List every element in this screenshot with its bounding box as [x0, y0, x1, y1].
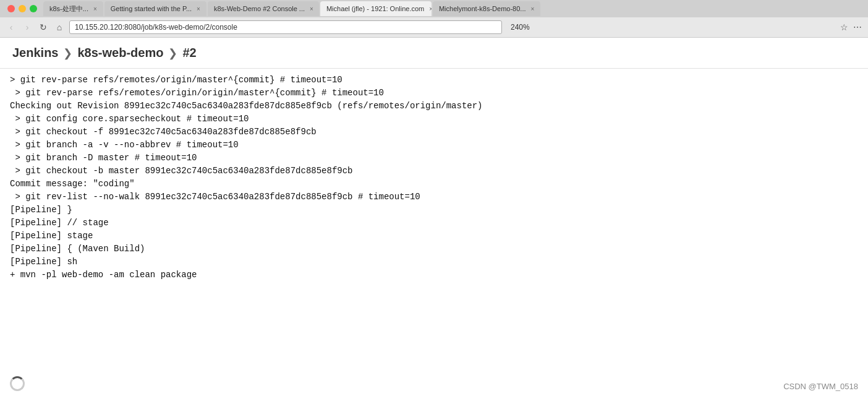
console-line: [Pipeline] stage: [10, 230, 858, 243]
forward-button[interactable]: ›: [21, 21, 33, 33]
console-line: [Pipeline] sh: [10, 256, 858, 269]
menu-icon[interactable]: ⋯: [852, 21, 863, 33]
tab-3-close[interactable]: ×: [310, 6, 313, 12]
console-line: > git branch -a -v --no-abbrev # timeout…: [10, 139, 858, 152]
toolbar-icons: ☆ ⋯: [839, 21, 863, 33]
console-line: > git checkout -f 8991ec32c740c5ac6340a2…: [10, 126, 858, 139]
console-line: [Pipeline] }: [10, 204, 858, 217]
breadcrumb-build[interactable]: #2: [182, 46, 196, 60]
console-output: > git rev-parse refs/remotes/origin/mast…: [0, 69, 868, 396]
breadcrumb-jenkins[interactable]: Jenkins: [12, 46, 58, 60]
tab-bar: k8s-处理中... × Getting started with the P.…: [0, 0, 868, 17]
zoom-level: 240%: [511, 23, 530, 32]
console-line: > git rev-parse refs/remotes/origin/mast…: [10, 74, 858, 87]
window-controls: [2, 5, 42, 12]
address-input[interactable]: 10.155.20.120:8080/job/k8s-web-demo/2/co…: [69, 20, 502, 34]
tab-1-close[interactable]: ×: [93, 6, 97, 12]
tab-2-close[interactable]: ×: [197, 6, 200, 12]
console-line: > git branch -D master # timeout=10: [10, 152, 858, 165]
console-line: [Pipeline] // stage: [10, 217, 858, 230]
console-line: + mvn -pl web-demo -am clean package: [10, 269, 858, 282]
tab-5-close[interactable]: ×: [531, 6, 535, 12]
tab-2[interactable]: Getting started with the P... ×: [104, 1, 206, 16]
minimize-button[interactable]: [19, 5, 26, 12]
bookmark-icon[interactable]: ☆: [839, 21, 849, 33]
close-button[interactable]: [7, 5, 15, 12]
tab-4-label: Michael (jfle) - 1921: Online.com: [326, 5, 424, 12]
console-line: > git rev-list --no-walk 8991ec32c740c5a…: [10, 191, 858, 204]
console-line: Commit message: "coding": [10, 178, 858, 191]
tab-3-label: k8s-Web-Demo #2 Console ...: [214, 5, 305, 12]
address-text: 10.155.20.120:8080/job/k8s-web-demo/2/co…: [75, 23, 237, 32]
breadcrumb: Jenkins ❯ k8s-web-demo ❯ #2: [0, 38, 868, 69]
console-line: Checking out Revision 8991ec32c740c5ac63…: [10, 100, 858, 113]
console-line: > git checkout -b master 8991ec32c740c5a…: [10, 165, 858, 178]
tab-1-label: k8s-处理中...: [49, 4, 88, 14]
tab-3[interactable]: k8s-Web-Demo #2 Console ... ×: [208, 1, 319, 16]
tab-4-close[interactable]: ×: [429, 6, 432, 12]
reload-button[interactable]: ↻: [37, 21, 49, 33]
breadcrumb-sep-1: ❯: [63, 46, 72, 60]
tab-1[interactable]: k8s-处理中... ×: [43, 1, 103, 16]
tab-4[interactable]: Michael (jfle) - 1921: Online.com ×: [320, 1, 432, 16]
watermark: CSDN @TWM_0518: [783, 382, 858, 391]
maximize-button[interactable]: [30, 5, 37, 12]
loading-indicator: [10, 376, 25, 391]
tab-5-label: Michelymont-k8s-Demo-80...: [439, 5, 526, 12]
address-bar-row: ‹ › ↻ ⌂ 10.155.20.120:8080/job/k8s-web-d…: [0, 17, 868, 37]
console-line: > git config core.sparsecheckout # timeo…: [10, 113, 858, 126]
console-line: > git rev-parse refs/remotes/origin/orig…: [10, 87, 858, 100]
console-line: [Pipeline] { (Maven Build): [10, 243, 858, 256]
tab-5[interactable]: Michelymont-k8s-Demo-80... ×: [433, 1, 540, 16]
tab-2-label: Getting started with the P...: [111, 5, 192, 12]
breadcrumb-sep-2: ❯: [168, 46, 177, 60]
home-button[interactable]: ⌂: [53, 21, 66, 33]
back-button[interactable]: ‹: [5, 21, 17, 33]
breadcrumb-project[interactable]: k8s-web-demo: [77, 46, 163, 60]
